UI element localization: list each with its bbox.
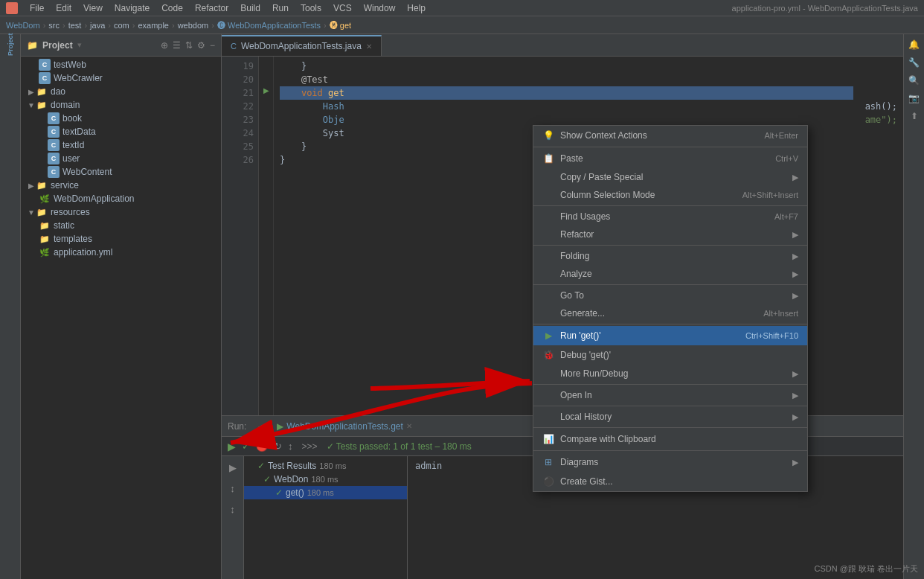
- label-textid: textId: [62, 140, 84, 150]
- ctx-label-show-context: Show Context Actions: [560, 130, 758, 141]
- close-panel-icon[interactable]: −: [210, 40, 215, 51]
- ctx-sep-6: [533, 384, 807, 385]
- menu-file[interactable]: File: [24, 1, 50, 15]
- menu-help[interactable]: Help: [401, 1, 431, 15]
- ctx-goto[interactable]: Go To ▶: [533, 287, 807, 304]
- collapse-icon[interactable]: ☰: [173, 40, 181, 51]
- menu-view[interactable]: View: [77, 1, 109, 15]
- ctx-show-context-actions[interactable]: 💡 Show Context Actions Alt+Enter: [533, 126, 807, 145]
- tree-item-appyml[interactable]: 🌿 application.yml: [21, 246, 221, 259]
- tree-item-user[interactable]: C user: [21, 152, 221, 165]
- test-result-root[interactable]: ✓ Test Results 180 ms: [244, 459, 407, 473]
- tree-item-textdata[interactable]: C textData: [21, 125, 221, 138]
- ctx-find-usages[interactable]: Find Usages Alt+F7: [533, 208, 807, 225]
- ctx-label-generate: Generate...: [560, 308, 757, 319]
- tree-item-dao[interactable]: ▶ 📁 dao: [21, 85, 221, 98]
- folder-icon-static: 📁: [39, 220, 51, 231]
- tree-item-textid[interactable]: C textId: [21, 138, 221, 152]
- settings-icon[interactable]: ⚙: [197, 40, 205, 51]
- ctx-open-in[interactable]: Open In ▶: [533, 386, 807, 404]
- breadcrumb-webdom2[interactable]: webdom: [178, 21, 209, 30]
- ctx-label-paste: Paste: [560, 153, 769, 164]
- tree-item-webcontent[interactable]: C WebContent: [21, 165, 221, 179]
- ctx-run-get[interactable]: ▶ Run 'get()' Ctrl+Shift+F10: [533, 326, 807, 345]
- debug-icon: 🐞: [542, 349, 554, 361]
- menu-vcs[interactable]: VCS: [327, 1, 358, 15]
- tree-item-book[interactable]: C book: [21, 112, 221, 125]
- tree-item-static[interactable]: 📁 static: [21, 219, 221, 232]
- breadcrumb-java[interactable]: java: [90, 21, 105, 30]
- tab-close-icon[interactable]: ✕: [366, 42, 372, 51]
- run-tab-close[interactable]: ✕: [406, 422, 412, 430]
- locate-icon[interactable]: ⊕: [161, 40, 168, 51]
- right-icon-4[interactable]: 📷: [907, 91, 922, 106]
- ctx-label-column: Column Selection Mode: [560, 190, 737, 200]
- ctx-label-local-history: Local History: [560, 412, 786, 422]
- ctx-label-copy-paste: Copy / Paste Special: [560, 172, 786, 182]
- bottom-tool-3[interactable]: ↕: [225, 501, 241, 517]
- right-icon-3[interactable]: 🔍: [907, 73, 922, 88]
- ctx-paste[interactable]: 📋 Paste Ctrl+V: [533, 149, 807, 168]
- run-sort-icon[interactable]: ↕: [288, 441, 293, 452]
- ctx-arrow-more-run: ▶: [792, 369, 798, 379]
- right-icon-1[interactable]: 🔔: [907, 37, 922, 52]
- tab-label: WebDomApplicationTests.java: [241, 41, 362, 51]
- breadcrumb-com[interactable]: com: [114, 21, 129, 30]
- breadcrumb-method[interactable]: 🅜 get: [330, 21, 351, 30]
- breadcrumb-test[interactable]: test: [68, 21, 82, 30]
- menu-edit[interactable]: Edit: [50, 1, 77, 15]
- tree-item-resources[interactable]: ▼ 📁 resources: [21, 205, 221, 219]
- run-rerun-icon[interactable]: ↻: [274, 441, 282, 452]
- sidebar-project-icon[interactable]: Project: [3, 37, 18, 52]
- ctx-analyze[interactable]: Analyze ▶: [533, 265, 807, 283]
- menu-window[interactable]: Window: [358, 1, 402, 15]
- test-result-get[interactable]: ✓ get() 180 ms: [244, 486, 407, 499]
- menu-build[interactable]: Build: [234, 1, 266, 15]
- ctx-generate[interactable]: Generate... Alt+Insert: [533, 304, 807, 322]
- test-label-get: get(): [286, 487, 304, 498]
- breadcrumb-src[interactable]: src: [48, 21, 60, 30]
- menu-navigate[interactable]: Navigate: [109, 1, 155, 15]
- run-stop-icon[interactable]: ⛔: [256, 441, 268, 452]
- breadcrumb-webdom[interactable]: WebDom: [6, 21, 40, 30]
- breadcrumb-example[interactable]: example: [138, 21, 169, 30]
- tree-item-templates[interactable]: 📁 templates: [21, 232, 221, 246]
- right-icon-2[interactable]: 🔧: [907, 55, 922, 70]
- run-check-icon[interactable]: ✓: [242, 441, 250, 452]
- run-play-icon[interactable]: ▶: [228, 441, 236, 452]
- ctx-folding[interactable]: Folding ▶: [533, 247, 807, 265]
- ctx-refactor[interactable]: Refactor ▶: [533, 225, 807, 243]
- tree-item-service[interactable]: ▶ 📁 service: [21, 179, 221, 192]
- sort-icon[interactable]: ⇅: [185, 40, 193, 51]
- menu-code[interactable]: Code: [155, 1, 189, 15]
- project-header: 📁 Project ▾ ⊕ ☰ ⇅ ⚙ −: [21, 34, 221, 57]
- menu-tools[interactable]: Tools: [295, 1, 327, 15]
- breadcrumb-class[interactable]: 🅒 WebDomApplicationTests: [217, 21, 321, 30]
- tree-item-webdomapp[interactable]: 🌿 WebDomApplication: [21, 192, 221, 205]
- ctx-column-selection[interactable]: Column Selection Mode Alt+Shift+Insert: [533, 186, 807, 204]
- ctx-debug-get[interactable]: 🐞 Debug 'get()': [533, 345, 807, 365]
- ctx-label-diagrams: Diagrams: [560, 457, 786, 467]
- ctx-copy-paste-special[interactable]: Copy / Paste Special ▶: [533, 168, 807, 186]
- menu-refactor[interactable]: Refactor: [189, 1, 234, 15]
- ctx-sep-3: [533, 245, 807, 246]
- menu-run[interactable]: Run: [266, 1, 295, 15]
- ctx-diagrams[interactable]: ⊞ Diagrams ▶: [533, 452, 807, 472]
- right-icon-5[interactable]: ⬆: [907, 109, 922, 124]
- code-line-20: @Test: [280, 73, 853, 86]
- project-tree: C testWeb C WebCrawler ▶ 📁 dao ▼ 📁 d: [21, 57, 221, 579]
- run-tab[interactable]: ▶ WebDomApplicationTests.get ✕: [277, 421, 412, 432]
- tree-item-domain[interactable]: ▼ 📁 domain: [21, 98, 221, 112]
- ctx-create-gist[interactable]: ⚫ Create Gist...: [533, 472, 807, 491]
- test-result-webdon[interactable]: ✓ WebDon 180 ms: [244, 473, 407, 486]
- folder-icon-resources: 📁: [36, 206, 48, 218]
- bottom-tool-2[interactable]: ↕: [225, 480, 241, 496]
- ctx-local-history[interactable]: Local History ▶: [533, 408, 807, 426]
- tree-item-webcrawler[interactable]: C WebCrawler: [21, 71, 221, 85]
- ctx-label-analyze: Analyze: [560, 269, 786, 279]
- ctx-compare-clipboard[interactable]: 📊 Compare with Clipboard: [533, 429, 807, 449]
- editor-tab-active[interactable]: C WebDomApplicationTests.java ✕: [222, 35, 382, 56]
- bottom-tool-1[interactable]: ▶: [225, 459, 241, 476]
- ctx-more-run-debug[interactable]: More Run/Debug ▶: [533, 365, 807, 383]
- tree-item-testweb[interactable]: C testWeb: [21, 58, 221, 71]
